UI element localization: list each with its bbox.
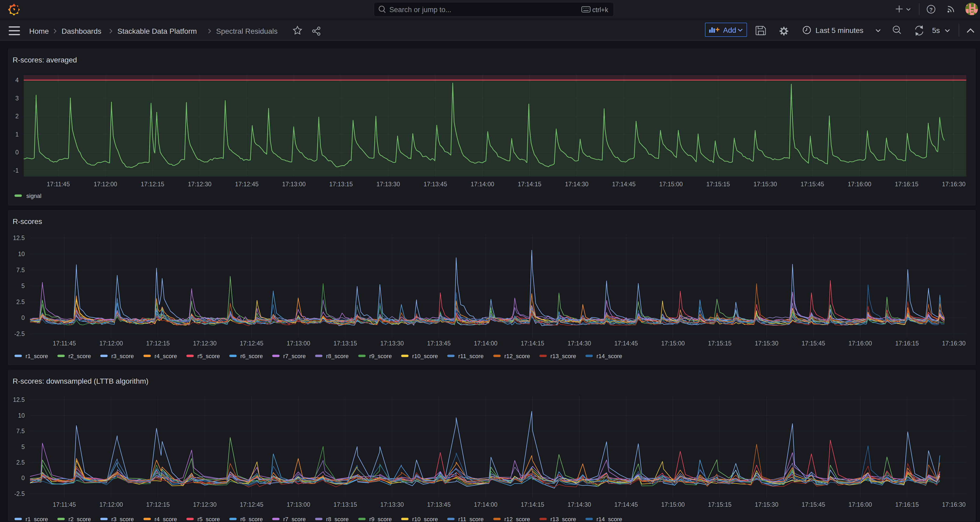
svg-text:12.5: 12.5 xyxy=(13,396,25,403)
svg-text:17:15:15: 17:15:15 xyxy=(706,181,730,188)
svg-text:0: 0 xyxy=(21,474,25,481)
svg-text:17:12:45: 17:12:45 xyxy=(235,181,259,188)
svg-text:17:13:00: 17:13:00 xyxy=(286,501,310,508)
svg-text:17:14:30: 17:14:30 xyxy=(568,340,591,347)
svg-text:17:12:15: 17:12:15 xyxy=(146,501,170,508)
svg-text:5: 5 xyxy=(21,444,25,450)
svg-text:17:14:00: 17:14:00 xyxy=(474,501,498,508)
svg-text:17:14:00: 17:14:00 xyxy=(471,181,494,188)
svg-text:2.5: 2.5 xyxy=(16,459,25,466)
svg-text:17:14:15: 17:14:15 xyxy=(521,340,544,347)
svg-text:r10_score: r10_score xyxy=(412,353,438,359)
svg-text:r14_score: r14_score xyxy=(597,516,622,522)
svg-text:2.5: 2.5 xyxy=(16,299,25,305)
svg-text:17:14:30: 17:14:30 xyxy=(568,501,591,508)
svg-text:17:14:30: 17:14:30 xyxy=(565,181,589,188)
svg-text:r10_score: r10_score xyxy=(412,516,438,522)
svg-text:17:13:00: 17:13:00 xyxy=(286,340,310,347)
svg-text:r8_score: r8_score xyxy=(326,353,349,359)
svg-text:r9_score: r9_score xyxy=(369,353,392,359)
svg-text:10: 10 xyxy=(18,251,25,257)
svg-text:r11_score: r11_score xyxy=(458,353,484,359)
svg-text:17:13:30: 17:13:30 xyxy=(380,501,404,508)
svg-text:7.5: 7.5 xyxy=(16,267,25,273)
svg-text:r13_score: r13_score xyxy=(550,516,576,522)
svg-text:signal: signal xyxy=(26,193,41,199)
svg-text:17:14:00: 17:14:00 xyxy=(474,340,498,347)
svg-text:17:13:00: 17:13:00 xyxy=(282,181,306,188)
svg-text:17:14:45: 17:14:45 xyxy=(612,181,636,188)
svg-text:12.5: 12.5 xyxy=(13,235,25,241)
svg-text:17:16:15: 17:16:15 xyxy=(895,340,919,347)
svg-text:-2.5: -2.5 xyxy=(14,330,25,337)
svg-text:r3_score: r3_score xyxy=(111,353,134,359)
svg-text:r3_score: r3_score xyxy=(111,516,134,522)
svg-text:17:15:45: 17:15:45 xyxy=(802,340,825,347)
svg-text:17:15:45: 17:15:45 xyxy=(802,501,825,508)
svg-text:3: 3 xyxy=(15,95,19,102)
svg-text:17:16:15: 17:16:15 xyxy=(895,181,918,188)
svg-text:17:15:00: 17:15:00 xyxy=(661,501,685,508)
svg-text:17:13:30: 17:13:30 xyxy=(376,181,400,188)
svg-text:17:12:15: 17:12:15 xyxy=(141,181,164,188)
svg-text:r2_score: r2_score xyxy=(68,353,91,359)
svg-text:r4_score: r4_score xyxy=(154,353,177,359)
svg-text:17:11:45: 17:11:45 xyxy=(52,340,76,347)
svg-text:r4_score: r4_score xyxy=(154,516,177,522)
svg-text:17:12:30: 17:12:30 xyxy=(193,501,216,508)
svg-text:r11_score: r11_score xyxy=(458,516,484,522)
svg-text:17:11:45: 17:11:45 xyxy=(52,501,76,508)
svg-text:17:14:15: 17:14:15 xyxy=(521,501,544,508)
svg-text:17:12:00: 17:12:00 xyxy=(94,181,118,188)
svg-text:0: 0 xyxy=(15,149,19,156)
svg-text:17:12:00: 17:12:00 xyxy=(100,501,123,508)
svg-text:r12_score: r12_score xyxy=(504,353,530,359)
svg-text:17:12:00: 17:12:00 xyxy=(100,340,123,347)
svg-text:17:15:00: 17:15:00 xyxy=(661,340,685,347)
svg-text:17:16:30: 17:16:30 xyxy=(942,501,966,508)
svg-text:17:15:45: 17:15:45 xyxy=(800,181,824,188)
svg-text:17:13:45: 17:13:45 xyxy=(423,181,447,188)
svg-text:17:12:30: 17:12:30 xyxy=(193,340,216,347)
svg-text:17:11:45: 17:11:45 xyxy=(46,181,70,188)
svg-text:5: 5 xyxy=(21,283,25,289)
svg-text:R-scores: R-scores xyxy=(13,217,42,225)
svg-text:r1_score: r1_score xyxy=(25,353,48,359)
svg-text:1: 1 xyxy=(15,131,19,138)
svg-text:17:15:30: 17:15:30 xyxy=(753,181,777,188)
svg-text:-1: -1 xyxy=(13,167,19,174)
svg-text:17:13:15: 17:13:15 xyxy=(329,181,353,188)
svg-text:17:15:00: 17:15:00 xyxy=(659,181,683,188)
svg-text:r8_score: r8_score xyxy=(326,516,349,522)
svg-text:r1_score: r1_score xyxy=(25,516,48,522)
svg-text:r13_score: r13_score xyxy=(550,353,576,359)
svg-text:r2_score: r2_score xyxy=(68,516,91,522)
svg-text:17:12:30: 17:12:30 xyxy=(188,181,212,188)
svg-text:4: 4 xyxy=(15,77,19,83)
svg-text:R-scores: downsampled (LTTB al: R-scores: downsampled (LTTB algorithm) xyxy=(13,377,148,385)
svg-text:17:16:30: 17:16:30 xyxy=(942,340,966,347)
svg-text:7.5: 7.5 xyxy=(16,428,25,434)
svg-text:-2.5: -2.5 xyxy=(14,490,25,497)
svg-text:0: 0 xyxy=(21,314,25,321)
svg-text:17:16:00: 17:16:00 xyxy=(848,181,871,188)
svg-text:r7_score: r7_score xyxy=(283,353,306,359)
svg-text:r12_score: r12_score xyxy=(504,516,530,522)
svg-text:17:16:00: 17:16:00 xyxy=(848,340,872,347)
svg-text:R-scores: averaged: R-scores: averaged xyxy=(13,56,77,64)
svg-text:17:15:15: 17:15:15 xyxy=(708,340,732,347)
svg-text:17:13:30: 17:13:30 xyxy=(380,340,404,347)
svg-text:r6_score: r6_score xyxy=(240,353,263,359)
svg-text:17:14:15: 17:14:15 xyxy=(518,181,541,188)
svg-text:17:16:30: 17:16:30 xyxy=(942,181,966,188)
svg-text:17:12:15: 17:12:15 xyxy=(146,340,170,347)
svg-text:17:16:00: 17:16:00 xyxy=(848,501,872,508)
svg-text:17:15:30: 17:15:30 xyxy=(755,340,778,347)
svg-text:17:13:15: 17:13:15 xyxy=(334,340,357,347)
svg-text:r14_score: r14_score xyxy=(597,353,622,359)
svg-text:r5_score: r5_score xyxy=(197,516,220,522)
svg-text:17:15:15: 17:15:15 xyxy=(708,501,732,508)
svg-text:r9_score: r9_score xyxy=(369,516,392,522)
svg-text:17:12:45: 17:12:45 xyxy=(240,501,264,508)
svg-text:r5_score: r5_score xyxy=(197,353,220,359)
